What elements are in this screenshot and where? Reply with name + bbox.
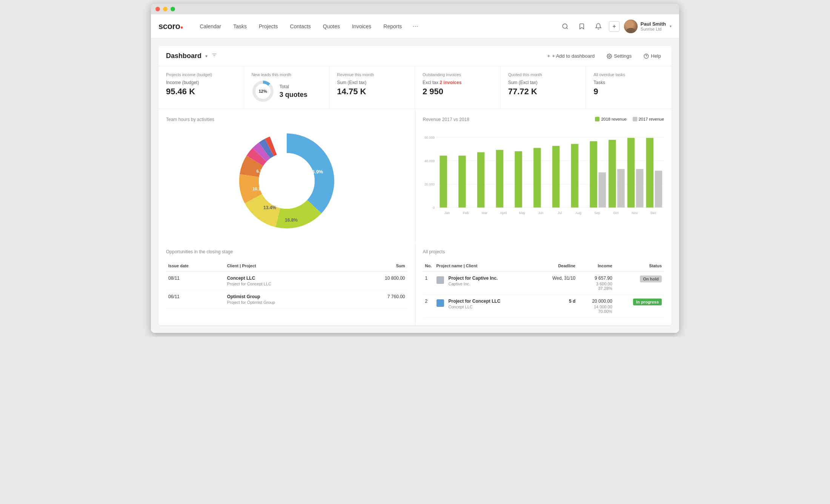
leads-donut: 12% (252, 80, 274, 103)
nav-tasks[interactable]: Tasks (228, 20, 252, 32)
stat-value-2: 14.75 K (337, 87, 407, 97)
col-project-name: Project name | Client (434, 260, 537, 271)
close-button[interactable] (155, 7, 160, 11)
stat-label-5: All overdue tasks (593, 72, 664, 77)
new-leads-content: 12% Total 3 quotes (252, 80, 322, 103)
proj-income-0: 9 657.90 3 600.00 37.28% (578, 271, 615, 295)
donut-svg: 36.9% 16.8% 13.4% 10.1% 6.7% (234, 128, 340, 234)
svg-text:Jun: Jun (538, 211, 543, 215)
app-window: scoro● Calendar Tasks Projects Contacts … (151, 4, 679, 333)
dashboard-wrapper: Dashboard ▾ + + Add to dashboard Setting… (158, 46, 672, 325)
opp-client-0: Concept LLC Project for Concept LLC (225, 271, 349, 290)
bar-2018-jan (440, 156, 447, 208)
bar-chart-title: Revenue 2017 vs 2018 (423, 117, 469, 122)
table-row: 2 Project for Concept LLC Concept LLC (423, 295, 664, 318)
stat-value-4: 77.72 K (508, 87, 578, 97)
title-bar (151, 4, 679, 14)
filter-icon[interactable] (211, 52, 217, 60)
stat-value-3: 2 950 (423, 87, 493, 97)
stat-outstanding: Outstanding invoices Excl tax 2 invoices… (415, 66, 501, 109)
stat-projects-income: Projects income (budget) Income (budget)… (158, 66, 244, 109)
svg-text:Oct: Oct (613, 211, 618, 215)
bar-2017-sep (598, 172, 606, 207)
nav-contacts[interactable]: Contacts (285, 20, 316, 32)
bar-2018-apr (496, 150, 503, 208)
settings-button[interactable]: Settings (604, 51, 635, 61)
nav-invoices[interactable]: Invoices (347, 20, 377, 32)
proj-no-0: 1 (423, 271, 434, 295)
charts-row: Team hours by activities (158, 109, 672, 241)
leads-percent: 12% (259, 89, 267, 93)
bar-2018-sep (590, 141, 597, 208)
opportunities-card: Opportunities in the closing stage Issue… (158, 242, 415, 325)
bar-2018-jul (552, 146, 559, 207)
add-icon[interactable] (609, 21, 619, 32)
donut-label-1: 16.8% (285, 218, 298, 223)
maximize-button[interactable] (171, 7, 175, 11)
svg-text:Aug: Aug (575, 211, 581, 215)
opportunities-table: Issue date Client | Project Sum 08/11 Co… (166, 260, 407, 309)
stat-sublabel-5: Tasks (593, 80, 664, 85)
donut-chart: 36.9% 16.8% 13.4% 10.1% 6.7% (166, 128, 407, 234)
proj-name-0: Project for Captive Inc. Captive Inc. (434, 271, 537, 295)
bar-2018-aug (571, 144, 578, 208)
nav-reports[interactable]: Reports (378, 20, 407, 32)
legend-2018-label: 2018 revenue (601, 117, 626, 121)
help-button[interactable]: Help (641, 51, 664, 61)
dashboard-title: Dashboard (166, 52, 201, 60)
svg-text:May: May (519, 211, 525, 215)
settings-icon (607, 54, 612, 59)
user-profile[interactable]: Paul Smith Sunrise Ltd ▾ (624, 20, 672, 33)
bar-2018-jun (533, 148, 541, 207)
bar-chart-svg: 60,000 40,000 20,000 0 Jan (423, 128, 664, 230)
svg-text:Dec: Dec (650, 211, 656, 215)
svg-text:Nov: Nov (632, 211, 638, 215)
col-client-project: Client | Project (225, 260, 349, 271)
col-status: Status (615, 260, 664, 271)
stat-revenue: Revenue this month Sum (Excl tax) 14.75 … (329, 66, 415, 109)
projects-table: No. Project name | Client Deadline Incom… (423, 260, 664, 318)
bookmark-icon[interactable] (576, 20, 588, 32)
col-issue-date: Issue date (166, 260, 225, 271)
bar-2018-feb (458, 156, 466, 208)
notifications-icon[interactable] (592, 20, 604, 32)
bar-2017-dec (655, 171, 662, 208)
svg-text:Jan: Jan (444, 211, 449, 215)
bar-chart: 60,000 40,000 20,000 0 Jan (423, 128, 664, 234)
minimize-button[interactable] (163, 7, 168, 11)
user-menu-chevron: ▾ (670, 24, 672, 28)
nav-quotes[interactable]: Quotes (318, 20, 345, 32)
bar-2018-may (515, 151, 522, 207)
proj-status-1: In progress (615, 295, 664, 318)
stat-sublabel-0: Income (budget) (166, 80, 236, 85)
nav-calendar[interactable]: Calendar (194, 20, 226, 32)
search-icon[interactable] (559, 20, 571, 32)
top-navigation: scoro● Calendar Tasks Projects Contacts … (151, 14, 679, 38)
svg-point-2 (626, 28, 635, 33)
logo[interactable]: scoro● (158, 21, 183, 31)
donut-segments (249, 143, 324, 219)
opp-date-1: 06/11 (166, 290, 225, 309)
col-income: Income (578, 260, 615, 271)
bar-2017-nov (636, 169, 643, 207)
help-icon (644, 54, 649, 59)
bar-2017-oct (617, 169, 625, 207)
donut-label-4: 6.7% (256, 169, 266, 173)
avatar-image (624, 20, 638, 33)
stat-quoted: Quoted this month Sum (Excl tax) 77.72 K (501, 66, 586, 109)
nav-more[interactable]: ··· (409, 19, 422, 33)
add-to-dashboard-button[interactable]: + + Add to dashboard (544, 51, 598, 61)
svg-point-0 (563, 24, 567, 28)
logo-text: scoro● (158, 21, 183, 31)
nav-projects[interactable]: Projects (254, 20, 283, 32)
stat-value-5: 9 (593, 87, 664, 97)
svg-text:60,000: 60,000 (424, 136, 434, 139)
projects-card: All projects No. Project name | Client D… (415, 242, 672, 325)
opp-client-1: Optimist Group Project for Optimist Grou… (225, 290, 349, 309)
dashboard-dropdown-arrow[interactable]: ▾ (205, 54, 208, 59)
stat-overdue: All overdue tasks Tasks 9 (586, 66, 672, 109)
stat-label-4: Quoted this month (508, 72, 578, 77)
svg-text:April: April (500, 211, 507, 215)
leads-value: 3 quotes (280, 91, 307, 99)
user-company: Sunrise Ltd (641, 27, 666, 31)
